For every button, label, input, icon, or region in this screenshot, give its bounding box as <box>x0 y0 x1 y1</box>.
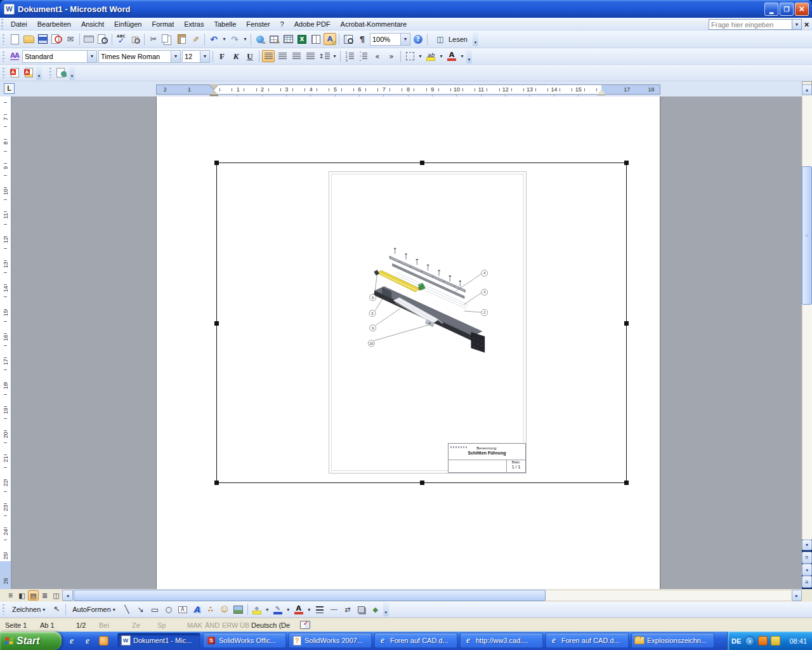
first-line-indent-marker[interactable] <box>209 84 218 90</box>
print-layout-icon[interactable] <box>28 590 39 600</box>
next-page-button[interactable]: ⇊ <box>802 576 812 588</box>
toolbar-options-button[interactable] <box>383 602 389 616</box>
network-icon[interactable] <box>770 636 780 646</box>
font-color-icon[interactable] <box>445 50 458 62</box>
menu-item[interactable]: Format <box>147 18 179 30</box>
tables-borders-icon[interactable] <box>268 33 280 45</box>
hide-icons-icon[interactable] <box>745 636 755 646</box>
help-button[interactable] <box>412 33 424 45</box>
zoom-combobox[interactable]: 100% <box>370 33 410 46</box>
dropdown-arrow-icon[interactable] <box>221 33 227 45</box>
toolbar-options-button[interactable] <box>36 66 42 80</box>
web-layout-icon[interactable] <box>16 590 27 600</box>
drawing-icon[interactable] <box>324 33 336 45</box>
selection-handle[interactable] <box>624 161 629 165</box>
chevron-down-icon[interactable] <box>400 34 410 45</box>
show-hide-icon[interactable] <box>356 33 369 45</box>
taskbar-task-button[interactable]: Foren auf CAD.d... <box>374 633 457 648</box>
insert-table-icon[interactable] <box>282 33 294 45</box>
menu-item[interactable]: Adobe PDF <box>289 18 336 30</box>
text-box-icon[interactable] <box>176 604 189 616</box>
draw-menu-button[interactable]: Zeichnen <box>8 603 49 616</box>
line-icon[interactable] <box>121 604 133 616</box>
style-combobox[interactable]: Standard <box>22 50 97 63</box>
new-document-icon[interactable] <box>8 33 21 45</box>
toolbar-grip[interactable] <box>49 68 51 78</box>
select-objects-button[interactable] <box>50 604 63 616</box>
arrow-style-icon[interactable] <box>341 604 354 616</box>
previous-page-button[interactable]: ⇈ <box>802 552 812 564</box>
vertical-scrollbar-thumb[interactable] <box>802 166 812 305</box>
internet-explorer-icon[interactable] <box>82 635 93 647</box>
reading-layout-icon[interactable] <box>51 590 62 600</box>
menu-item[interactable]: Acrobat-Kommentare <box>336 18 412 30</box>
research-icon[interactable] <box>129 33 141 45</box>
dropdown-arrow-icon[interactable] <box>306 604 312 616</box>
taskbar-task-button[interactable]: SolidWorks Offic... <box>203 633 286 648</box>
cut-icon[interactable] <box>147 33 160 45</box>
minimize-button[interactable] <box>764 3 778 16</box>
redo-icon[interactable] <box>228 33 241 45</box>
line-spacing-icon[interactable] <box>318 50 331 62</box>
select-browse-object-button[interactable]: ● <box>802 564 812 576</box>
toolbar-options-button[interactable] <box>473 32 478 46</box>
align-right-icon[interactable] <box>290 50 303 62</box>
dropdown-arrow-icon[interactable] <box>265 604 270 616</box>
language-indicator[interactable]: DE <box>731 637 741 645</box>
menu-item[interactable]: Datei <box>6 18 32 30</box>
columns-icon[interactable] <box>310 33 322 45</box>
dropdown-arrow-icon[interactable] <box>438 50 444 62</box>
align-center-icon[interactable] <box>276 50 289 62</box>
diagram-icon[interactable] <box>204 604 217 616</box>
menu-item[interactable]: Extras <box>179 18 209 30</box>
dropdown-arrow-icon[interactable] <box>417 50 423 62</box>
chevron-down-icon[interactable] <box>171 51 180 62</box>
selection-handle[interactable] <box>214 161 219 165</box>
acrobat-comment-icon[interactable] <box>55 67 68 79</box>
taskbar-task-button[interactable]: http://ww3.cad.... <box>460 633 543 648</box>
start-button[interactable]: Start <box>0 632 62 650</box>
arrow-icon[interactable] <box>134 604 147 616</box>
open-icon[interactable] <box>22 33 35 45</box>
document-map-icon[interactable] <box>342 33 355 45</box>
restore-button[interactable] <box>780 3 794 16</box>
fill-color-icon[interactable] <box>251 604 263 616</box>
close-button[interactable] <box>795 3 809 16</box>
oval-icon[interactable] <box>162 604 175 616</box>
clipart-icon[interactable] <box>218 604 231 616</box>
increase-indent-icon[interactable] <box>385 50 398 62</box>
italic-button[interactable]: K <box>230 50 242 62</box>
toolbar-options-button[interactable] <box>69 66 75 80</box>
tab-selector-button[interactable] <box>4 83 15 94</box>
autoshapes-menu-button[interactable]: AutoFormen <box>69 603 119 616</box>
permission-icon[interactable] <box>50 33 63 45</box>
right-indent-marker[interactable] <box>597 90 606 95</box>
save-icon[interactable] <box>36 33 49 45</box>
scroll-up-button[interactable]: ▲ <box>802 84 812 95</box>
undo-icon[interactable] <box>207 33 220 45</box>
menu-item[interactable]: Einfügen <box>109 18 147 30</box>
scroll-down-button[interactable]: ▼ <box>802 540 812 550</box>
outline-view-icon[interactable] <box>39 590 50 600</box>
menu-item[interactable]: ? <box>275 18 289 30</box>
selection-handle[interactable] <box>420 481 424 485</box>
vertical-scrollbar-track[interactable] <box>802 95 812 540</box>
menu-item[interactable]: Bearbeiten <box>32 18 76 30</box>
font-size-combobox[interactable]: 12 <box>182 50 210 63</box>
selection-handle[interactable] <box>214 481 219 485</box>
dash-style-icon[interactable] <box>327 604 340 616</box>
picture-icon[interactable] <box>232 604 245 616</box>
paste-icon[interactable] <box>175 33 188 45</box>
bullets-icon[interactable] <box>357 50 370 62</box>
taskbar-task-button[interactable]: Explosionszeichn... <box>631 633 714 648</box>
toolbar-grip[interactable] <box>3 68 4 78</box>
format-painter-icon[interactable] <box>189 33 202 45</box>
toolbar-grip[interactable] <box>3 34 4 44</box>
rectangle-icon[interactable] <box>148 604 161 616</box>
toolbar-grip[interactable] <box>1 19 3 29</box>
selection-handle[interactable] <box>624 321 629 326</box>
question-input[interactable] <box>709 19 792 30</box>
scroll-left-button[interactable]: ◄ <box>62 590 73 601</box>
spelling-icon[interactable] <box>115 33 128 45</box>
decrease-indent-icon[interactable] <box>371 50 384 62</box>
